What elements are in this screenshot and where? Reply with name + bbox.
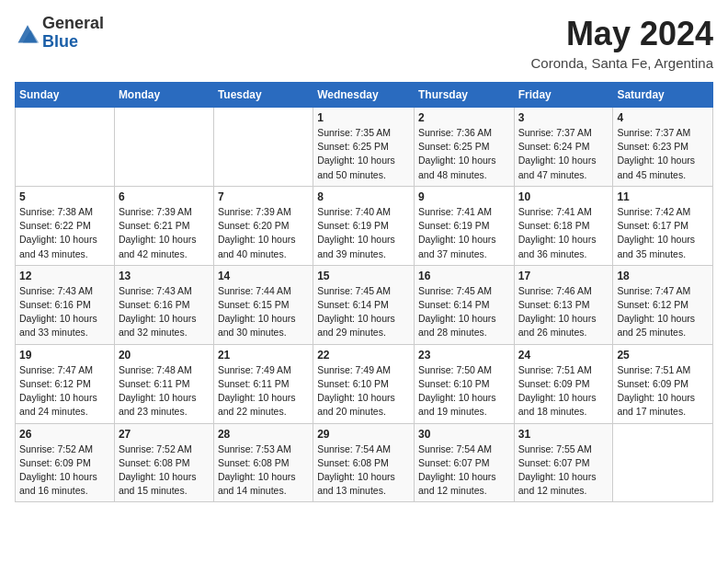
day-info: Sunrise: 7:39 AM Sunset: 6:20 PM Dayligh…	[218, 205, 309, 261]
title-block: May 2024 Coronda, Santa Fe, Argentina	[531, 15, 713, 71]
day-info: Sunrise: 7:44 AM Sunset: 6:15 PM Dayligh…	[218, 284, 309, 340]
day-info: Sunrise: 7:45 AM Sunset: 6:14 PM Dayligh…	[418, 284, 510, 340]
day-cell	[16, 108, 115, 187]
day-info: Sunrise: 7:41 AM Sunset: 6:19 PM Dayligh…	[418, 205, 510, 261]
day-number: 2	[418, 111, 510, 124]
day-cell: 11Sunrise: 7:42 AM Sunset: 6:17 PM Dayli…	[613, 186, 713, 265]
logo-text: General Blue	[42, 15, 104, 52]
day-cell: 30Sunrise: 7:54 AM Sunset: 6:07 PM Dayli…	[414, 423, 514, 502]
day-number: 5	[19, 190, 110, 203]
day-cell: 29Sunrise: 7:54 AM Sunset: 6:08 PM Dayli…	[313, 423, 415, 502]
day-cell: 22Sunrise: 7:49 AM Sunset: 6:10 PM Dayli…	[313, 344, 415, 423]
day-cell	[114, 108, 213, 187]
day-info: Sunrise: 7:46 AM Sunset: 6:13 PM Dayligh…	[518, 284, 609, 340]
day-info: Sunrise: 7:38 AM Sunset: 6:22 PM Dayligh…	[19, 205, 110, 261]
day-cell: 3Sunrise: 7:37 AM Sunset: 6:24 PM Daylig…	[514, 108, 613, 187]
day-number: 25	[617, 349, 709, 362]
day-info: Sunrise: 7:37 AM Sunset: 6:24 PM Dayligh…	[518, 126, 609, 182]
day-info: Sunrise: 7:37 AM Sunset: 6:23 PM Dayligh…	[617, 126, 709, 182]
day-number: 11	[617, 190, 709, 203]
day-cell: 17Sunrise: 7:46 AM Sunset: 6:13 PM Dayli…	[514, 265, 613, 344]
day-number: 13	[119, 270, 210, 282]
day-cell: 31Sunrise: 7:55 AM Sunset: 6:07 PM Dayli…	[514, 423, 613, 502]
day-info: Sunrise: 7:45 AM Sunset: 6:14 PM Dayligh…	[317, 284, 410, 340]
day-cell: 20Sunrise: 7:48 AM Sunset: 6:11 PM Dayli…	[114, 344, 213, 423]
day-cell: 27Sunrise: 7:52 AM Sunset: 6:08 PM Dayli…	[114, 423, 213, 502]
day-number: 1	[317, 111, 410, 124]
day-number: 7	[218, 190, 309, 203]
header-saturday: Saturday	[613, 83, 713, 108]
day-number: 22	[317, 349, 410, 362]
header-monday: Monday	[114, 83, 213, 108]
day-cell: 16Sunrise: 7:45 AM Sunset: 6:14 PM Dayli…	[414, 265, 514, 344]
day-cell: 15Sunrise: 7:45 AM Sunset: 6:14 PM Dayli…	[313, 265, 415, 344]
day-info: Sunrise: 7:51 AM Sunset: 6:09 PM Dayligh…	[518, 363, 609, 419]
logo: General Blue	[15, 15, 104, 52]
day-info: Sunrise: 7:54 AM Sunset: 6:08 PM Dayligh…	[317, 442, 410, 499]
day-info: Sunrise: 7:43 AM Sunset: 6:16 PM Dayligh…	[19, 284, 110, 340]
day-number: 12	[19, 270, 110, 282]
day-info: Sunrise: 7:53 AM Sunset: 6:08 PM Dayligh…	[218, 442, 309, 499]
day-cell: 23Sunrise: 7:50 AM Sunset: 6:10 PM Dayli…	[414, 344, 514, 423]
day-number: 26	[19, 428, 110, 441]
logo-icon	[15, 20, 40, 46]
day-info: Sunrise: 7:47 AM Sunset: 6:12 PM Dayligh…	[617, 284, 709, 340]
header-friday: Friday	[514, 83, 613, 108]
day-cell: 1Sunrise: 7:35 AM Sunset: 6:25 PM Daylig…	[313, 108, 415, 187]
day-number: 14	[218, 270, 309, 282]
day-cell: 9Sunrise: 7:41 AM Sunset: 6:19 PM Daylig…	[414, 186, 514, 265]
day-cell: 4Sunrise: 7:37 AM Sunset: 6:23 PM Daylig…	[613, 108, 713, 187]
logo-blue: Blue	[42, 33, 104, 52]
day-number: 8	[317, 190, 410, 203]
day-cell: 25Sunrise: 7:51 AM Sunset: 6:09 PM Dayli…	[613, 344, 713, 423]
day-info: Sunrise: 7:50 AM Sunset: 6:10 PM Dayligh…	[418, 363, 510, 419]
week-row-4: 19Sunrise: 7:47 AM Sunset: 6:12 PM Dayli…	[16, 344, 713, 423]
day-number: 16	[418, 270, 510, 282]
day-info: Sunrise: 7:52 AM Sunset: 6:08 PM Dayligh…	[119, 442, 210, 499]
day-number: 28	[218, 428, 309, 441]
day-number: 24	[518, 349, 609, 362]
day-cell: 2Sunrise: 7:36 AM Sunset: 6:25 PM Daylig…	[414, 108, 514, 187]
header-thursday: Thursday	[414, 83, 514, 108]
day-cell: 12Sunrise: 7:43 AM Sunset: 6:16 PM Dayli…	[16, 265, 115, 344]
calendar-body: 1Sunrise: 7:35 AM Sunset: 6:25 PM Daylig…	[16, 108, 713, 502]
day-cell: 19Sunrise: 7:47 AM Sunset: 6:12 PM Dayli…	[16, 344, 115, 423]
day-number: 29	[317, 428, 410, 441]
header-wednesday: Wednesday	[313, 83, 415, 108]
day-info: Sunrise: 7:41 AM Sunset: 6:18 PM Dayligh…	[518, 205, 609, 261]
day-info: Sunrise: 7:54 AM Sunset: 6:07 PM Dayligh…	[418, 442, 510, 499]
day-number: 17	[518, 270, 609, 282]
day-number: 6	[119, 190, 210, 203]
day-cell: 7Sunrise: 7:39 AM Sunset: 6:20 PM Daylig…	[213, 186, 313, 265]
day-number: 27	[119, 428, 210, 441]
day-number: 15	[317, 270, 410, 282]
day-number: 3	[518, 111, 609, 124]
day-cell: 26Sunrise: 7:52 AM Sunset: 6:09 PM Dayli…	[16, 423, 115, 502]
day-number: 31	[518, 428, 609, 441]
day-info: Sunrise: 7:39 AM Sunset: 6:21 PM Dayligh…	[119, 205, 210, 261]
day-info: Sunrise: 7:51 AM Sunset: 6:09 PM Dayligh…	[617, 363, 709, 419]
day-number: 10	[518, 190, 609, 203]
month-year-title: May 2024	[531, 15, 713, 53]
logo-general: General	[42, 15, 104, 33]
day-info: Sunrise: 7:40 AM Sunset: 6:19 PM Dayligh…	[317, 205, 410, 261]
day-number: 30	[418, 428, 510, 441]
week-row-5: 26Sunrise: 7:52 AM Sunset: 6:09 PM Dayli…	[16, 423, 713, 502]
header-sunday: Sunday	[16, 83, 115, 108]
header-row: SundayMondayTuesdayWednesdayThursdayFrid…	[16, 83, 713, 108]
day-info: Sunrise: 7:52 AM Sunset: 6:09 PM Dayligh…	[19, 442, 110, 499]
day-cell	[213, 108, 313, 187]
day-info: Sunrise: 7:48 AM Sunset: 6:11 PM Dayligh…	[119, 363, 210, 419]
day-info: Sunrise: 7:49 AM Sunset: 6:10 PM Dayligh…	[317, 363, 410, 419]
day-number: 4	[617, 111, 709, 124]
day-cell: 5Sunrise: 7:38 AM Sunset: 6:22 PM Daylig…	[16, 186, 115, 265]
day-cell: 14Sunrise: 7:44 AM Sunset: 6:15 PM Dayli…	[213, 265, 313, 344]
day-cell	[613, 423, 713, 502]
day-cell: 8Sunrise: 7:40 AM Sunset: 6:19 PM Daylig…	[313, 186, 415, 265]
day-number: 18	[617, 270, 709, 282]
day-info: Sunrise: 7:55 AM Sunset: 6:07 PM Dayligh…	[518, 442, 609, 499]
day-info: Sunrise: 7:35 AM Sunset: 6:25 PM Dayligh…	[317, 126, 410, 182]
calendar-header: SundayMondayTuesdayWednesdayThursdayFrid…	[16, 83, 713, 108]
week-row-2: 5Sunrise: 7:38 AM Sunset: 6:22 PM Daylig…	[16, 186, 713, 265]
day-info: Sunrise: 7:43 AM Sunset: 6:16 PM Dayligh…	[119, 284, 210, 340]
